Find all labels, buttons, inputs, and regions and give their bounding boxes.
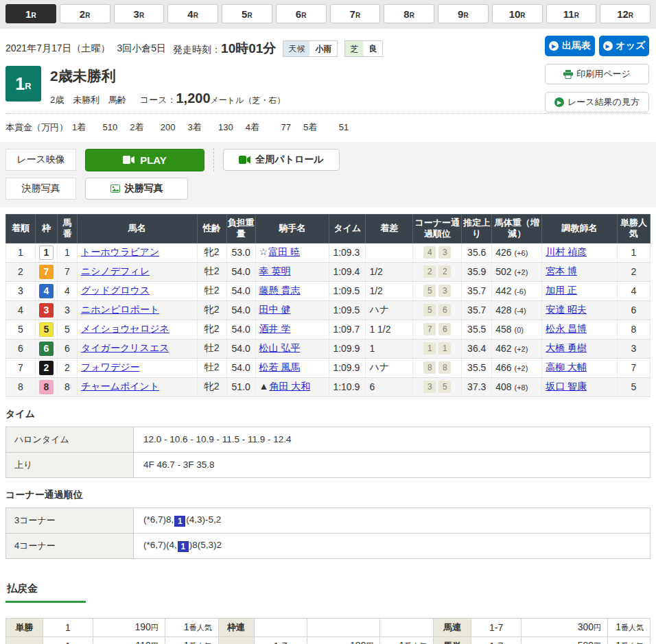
frame-cell: 7 (35, 262, 57, 281)
race-tab-4r[interactable]: 4R (167, 4, 218, 23)
jockey-link[interactable]: 藤懸 貴志 (259, 285, 301, 296)
payout-combination: 1-7 (471, 636, 522, 644)
frame-number-badge: 1 (39, 246, 54, 260)
horse-name-cell: グッドグロウス (77, 281, 197, 300)
result-row: 666タイガークリスエス牡254.0松山 弘平1:09.911136.4462 … (6, 339, 651, 358)
trainer-link[interactable]: 安達 昭夫 (546, 304, 587, 315)
frame-number-badge: 2 (39, 361, 54, 375)
finish-photo-label: 決勝写真 (5, 178, 76, 200)
race-tab-10r[interactable]: 10R (492, 4, 543, 23)
race-tab-8r[interactable]: 8R (384, 4, 434, 23)
horse-name-link[interactable]: タイガークリスエス (81, 342, 169, 353)
race-number-suffix: R (25, 81, 31, 91)
race-tab-7r[interactable]: 7R (330, 4, 381, 23)
trainer-link[interactable]: 加用 正 (546, 285, 577, 296)
race-tab-1r[interactable]: 1R (5, 4, 56, 23)
margin: 6 (366, 377, 413, 396)
jockey-link[interactable]: 幸 英明 (259, 265, 291, 276)
horse-name-link[interactable]: グッドグロウス (81, 285, 150, 296)
carried-weight: 54.0 (226, 358, 255, 377)
payout-type-label: 単勝 (6, 618, 43, 636)
carried-weight: 54.0 (226, 339, 255, 358)
prize-amount: 200 (143, 122, 175, 132)
corner-position-box: 5 (423, 304, 436, 316)
corner-positions: 11 (413, 339, 462, 358)
horse-name-link[interactable]: ニホンピロポート (81, 304, 159, 315)
race-tab-3r[interactable]: 3R (114, 4, 165, 23)
race-tab-2r[interactable]: 2R (60, 4, 110, 23)
result-guide-button[interactable]: ▶ レース結果の見方 (545, 92, 649, 112)
body-weight-diff: (-4) (514, 307, 526, 315)
play-label: PLAY (140, 154, 167, 166)
trainer-link[interactable]: 宮本 博 (546, 265, 577, 276)
race-tab-5r[interactable]: 5R (222, 4, 272, 23)
patrol-video-button[interactable]: 全周パトロール (223, 149, 340, 171)
corner-position-box: 4 (423, 246, 436, 259)
sex-age: 牡2 (197, 339, 226, 358)
entry-table-label: 出馬表 (562, 40, 591, 52)
entry-table-button[interactable]: ▶ 出馬表 (545, 36, 595, 56)
race-tab-9r[interactable]: 9R (438, 4, 489, 23)
jockey-link[interactable]: 松山 弘平 (259, 342, 301, 353)
horse-name-link[interactable]: メイショウセロジネ (81, 323, 169, 334)
print-page-button[interactable]: 印刷用ページ (545, 64, 649, 84)
jockey-link[interactable]: 角田 大和 (269, 381, 310, 392)
payout-combination: 1-7 (254, 636, 307, 644)
trainer-link[interactable]: 松永 昌博 (546, 323, 587, 334)
results-header: 騎手名 (255, 215, 329, 243)
frame-cell: 2 (35, 358, 57, 377)
body-weight-diff: (+2) (514, 364, 528, 372)
horse-name-link[interactable]: トーホウラビアン (81, 246, 159, 257)
corner-position-box: 2 (423, 265, 436, 278)
race-tab-12r[interactable]: 12R (600, 4, 651, 23)
result-row: 888チャームポイント牝251.0▲角田 大和1:10.963537.3408 … (6, 377, 651, 396)
margin: 1/2 (366, 262, 413, 281)
jockey-link[interactable]: 富田 暁 (268, 246, 300, 257)
race-number: 1 (15, 74, 25, 94)
win-popularity: 3 (617, 339, 650, 358)
corner-position-box: 2 (438, 265, 451, 278)
finish-photo-button[interactable]: 決勝写真 (85, 178, 188, 200)
results-header: 負担重量 (226, 215, 255, 243)
race-conditions-line: 2歳 未勝利 馬齢 コース：1,200メートル（芝・右） (50, 91, 285, 106)
prize-money-row: 本賞金（万円）1着5102着2003着1304着775着51 (5, 113, 651, 139)
horse-number: 1 (57, 243, 77, 262)
horse-name-link[interactable]: フォワデジー (81, 361, 140, 372)
trainer-link[interactable]: 川村 禎彦 (546, 246, 587, 257)
body-weight: 442 (-6) (492, 281, 542, 300)
corner-positions: 22 (413, 262, 462, 281)
win-popularity: 8 (617, 320, 650, 339)
jockey-link[interactable]: 松若 風馬 (259, 361, 301, 372)
horse-name-link[interactable]: ニシノデフィレ (81, 265, 150, 276)
race-tab-6r[interactable]: 6R (276, 4, 327, 23)
horse-name-link[interactable]: チャームポイント (81, 381, 159, 392)
frame-number-badge: 8 (39, 380, 54, 394)
last-3f: 36.4 (462, 339, 492, 358)
body-weight: 408 (+8) (492, 377, 542, 396)
payout-popularity: 1番人気 (608, 636, 651, 644)
race-tab-bar: 1R2R3R4R5R6R7R8R9R10R11R12R (0, 0, 656, 29)
play-button[interactable]: PLAY (85, 149, 204, 171)
body-weight: 466 (+2) (492, 358, 542, 377)
trainer-cell: 宮本 博 (542, 262, 618, 281)
sex-age: 牝2 (197, 377, 226, 396)
jockey-link[interactable]: 田中 健 (259, 304, 291, 315)
race-tab-11r[interactable]: 11R (546, 4, 597, 23)
trainer-link[interactable]: 高柳 大輔 (546, 361, 587, 372)
trainer-link[interactable]: 大橋 勇樹 (546, 342, 587, 353)
corner-highlight-number: 1 (178, 541, 189, 552)
jockey-link[interactable]: 酒井 学 (259, 323, 291, 334)
corner-position-box: 6 (438, 304, 451, 316)
odds-button[interactable]: ▶ オッズ (599, 36, 649, 56)
payout-type-label: 枠連 (218, 618, 254, 636)
prize-place: 1着 (72, 122, 86, 132)
horse-number: 6 (57, 339, 77, 358)
side-actions: ▶ 出馬表 ▶ オッズ 印刷用ページ ▶ レース結果の見方 (545, 36, 649, 112)
corner-row-label: 3コーナー (6, 508, 134, 533)
time-row-value: 12.0 - 10.6 - 10.9 - 11.5 - 11.9 - 12.4 (134, 427, 651, 452)
race-result-page: 1R2R3R4R5R6R7R8R9R10R11R12R ▶ 出馬表 ▶ オッズ (0, 0, 656, 644)
payout-type-label: ワイド (218, 636, 254, 644)
finish-position: 8 (6, 377, 36, 396)
result-row: 111トーホウラビアン牝253.0☆富田 暁1:09.34335.6426 (+… (6, 243, 651, 262)
trainer-link[interactable]: 坂口 智康 (546, 381, 587, 392)
